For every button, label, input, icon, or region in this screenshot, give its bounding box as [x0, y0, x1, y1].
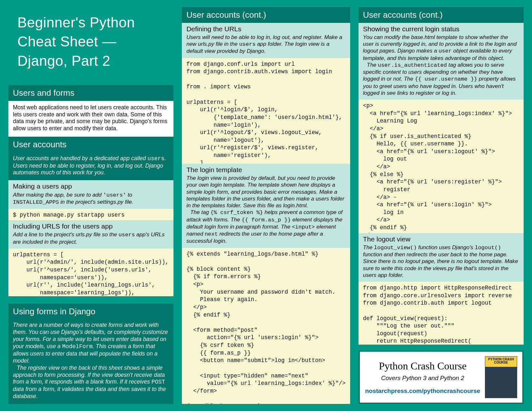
subtext-including-urls: Add a line to the project's urls.py file…: [8, 231, 173, 249]
book-cover-title: PYTHON CRASH COURSE: [485, 358, 517, 364]
text: to: [126, 192, 132, 198]
text: Add a line to the project's urls.py file…: [13, 231, 118, 238]
text: data from a form, it validates the data …: [13, 386, 166, 399]
text: The login view is provided by default, b…: [186, 175, 346, 209]
subtext-defining-urls: Users will need to be able to log in, lo…: [182, 34, 350, 58]
code-inline: <input>: [292, 224, 315, 230]
column-1: Beginner's Python Cheat Sheet — Django, …: [8, 7, 173, 404]
section-user-accounts-cont-1: User accounts (cont.): [182, 7, 350, 23]
promo-text: Python Crash Course Covers Python 3 and …: [365, 359, 480, 395]
subtext-login-template: The login view is provided by default, b…: [182, 175, 350, 248]
column-2: User accounts (cont.) Defining the URLs …: [182, 7, 350, 404]
text: function uses Django's: [417, 244, 475, 250]
text: function and then redirects the user bac…: [363, 251, 518, 278]
code-startapp: $ python manage.py startapp users: [8, 209, 173, 220]
code-inline: user: [438, 48, 452, 54]
text: The: [363, 244, 374, 250]
subhead-defining-urls: Defining the URLs: [182, 23, 350, 34]
section-user-accounts-cont-2: User accounts (cont.): [359, 7, 524, 23]
code-login-status: <p> <a href="{% url 'learning_logs:index…: [359, 100, 524, 233]
code-inline: users: [118, 232, 135, 238]
spacer: [8, 296, 173, 303]
code-inline: user.is_authenticated: [378, 62, 447, 68]
promo-subtitle: Covers Python 3 and Python 2: [365, 374, 480, 382]
text: The tag: [190, 209, 210, 215]
code-login-template: {% extends "learning_logs/base.html" %} …: [182, 248, 350, 404]
intro-users-forms: Most web applications need to let users …: [8, 101, 173, 137]
text: in the project's settings.py file.: [59, 199, 133, 205]
promo-link[interactable]: nostarchpress.com/pythoncrashcourse: [365, 387, 480, 395]
promo-box: Python Crash Course Covers Python 3 and …: [359, 350, 524, 404]
code-inline: next: [205, 231, 218, 237]
code-urls-users: from django.conf.urls import url from dj…: [182, 58, 350, 164]
main-title: Beginner's Python Cheat Sheet — Django, …: [8, 7, 173, 85]
subhead-including-urls: Including URLS for the users app: [8, 220, 173, 231]
text: After making the app, be sure to add: [13, 192, 103, 198]
code-inline: {{ user.username }}: [415, 76, 477, 82]
code-inline: logout_view(): [374, 245, 417, 251]
section-users-forms: Users and forms: [8, 85, 173, 101]
text: The register view on the back of this sh…: [13, 365, 165, 385]
subhead-login-template: The login template: [182, 164, 350, 175]
code-inline: logout(): [475, 245, 501, 251]
code-inline: ModelForm: [62, 343, 93, 350]
code-urlpatterns: urlpatterns = [ url(r'^admin/', include(…: [8, 249, 173, 297]
subhead-making-users-app: Making a users app: [8, 180, 173, 191]
text: User accounts are handled by a dedicated…: [13, 155, 147, 161]
code-inline: {{ form.as_p }}: [241, 217, 291, 223]
book-cover-image: PYTHON CRASH COURSE: [485, 356, 517, 398]
section-user-accounts: User accounts: [8, 137, 173, 152]
intro-user-accounts: User accounts are handled by a dedicated…: [8, 152, 173, 181]
code-logout-view: from django.http import HttpResponseRedi…: [359, 282, 524, 345]
code-inline: INSTALLED_APPS: [13, 199, 59, 205]
code-inline: users: [239, 41, 256, 47]
column-3: User accounts (cont.) Showing the curren…: [359, 7, 524, 404]
section-using-forms: Using forms in Django: [8, 304, 173, 319]
code-inline: POST: [152, 379, 165, 385]
subhead-login-status: Showing the current login status: [359, 23, 524, 34]
text: The: [367, 62, 378, 68]
code-inline: users: [147, 155, 164, 162]
subtext-login-status: You can modify the base.html template to…: [359, 34, 524, 100]
subhead-logout-view: The logout view: [359, 233, 524, 244]
intro-using-forms: There are a number of ways to create for…: [8, 319, 173, 404]
code-inline: 'users': [103, 192, 126, 198]
code-inline: {% csrf_token %}: [211, 210, 263, 216]
subtext-making-users-app: After making the app, be sure to add 'us…: [8, 191, 173, 209]
subtext-logout-view: The logout_view() function uses Django's…: [359, 244, 524, 282]
promo-title: Python Crash Course: [365, 359, 480, 372]
